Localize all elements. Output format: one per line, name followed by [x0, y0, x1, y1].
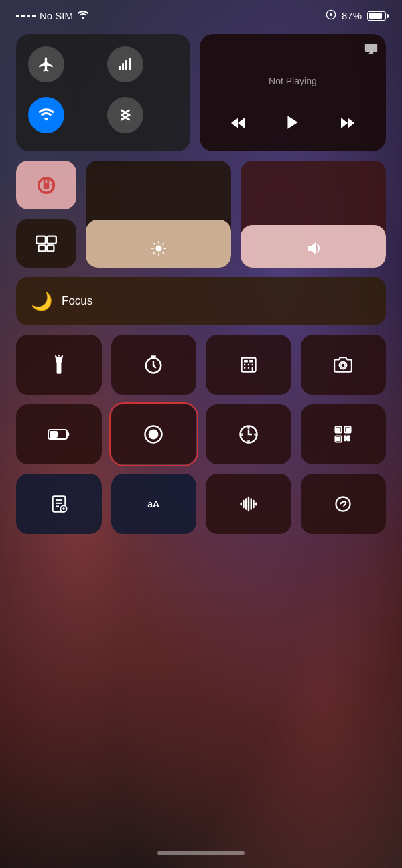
signal-dots — [16, 15, 36, 17]
svg-rect-4 — [125, 60, 127, 70]
svg-rect-16 — [47, 236, 56, 243]
timer-button[interactable] — [111, 335, 197, 395]
carrier-name: No SIM — [40, 10, 73, 21]
svg-marker-28 — [308, 242, 316, 254]
home-bar — [157, 851, 245, 855]
status-left: No SIM — [16, 10, 89, 21]
flashlight-button[interactable] — [16, 335, 102, 395]
slider-group — [86, 161, 386, 268]
focus-label: Focus — [62, 294, 92, 308]
svg-point-19 — [155, 245, 161, 251]
svg-point-52 — [248, 427, 249, 428]
sound-recognition-button[interactable] — [206, 474, 291, 534]
location-icon — [326, 9, 336, 22]
svg-rect-48 — [50, 432, 57, 437]
not-playing-label: Not Playing — [210, 57, 375, 105]
svg-line-23 — [162, 252, 163, 253]
notes-button[interactable] — [16, 474, 102, 534]
svg-rect-40 — [248, 364, 249, 365]
svg-rect-17 — [39, 245, 46, 251]
svg-point-1 — [330, 13, 332, 16]
svg-rect-29 — [56, 363, 61, 374]
svg-marker-10 — [341, 118, 348, 128]
connectivity-tile — [16, 34, 190, 151]
svg-rect-2 — [119, 66, 121, 70]
play-button[interactable] — [279, 110, 307, 139]
svg-rect-37 — [244, 360, 248, 363]
battery-button[interactable] — [16, 404, 102, 464]
svg-rect-76 — [245, 498, 247, 510]
svg-point-50 — [149, 430, 159, 440]
brightness-slider[interactable] — [86, 161, 231, 268]
svg-point-55 — [255, 434, 255, 434]
dot4 — [32, 15, 36, 17]
volume-slider[interactable] — [241, 161, 386, 268]
control-center-screen: No SIM 87% — [0, 0, 402, 868]
battery-indicator — [367, 11, 386, 21]
cellular-button[interactable] — [107, 46, 143, 82]
svg-rect-3 — [122, 63, 124, 70]
svg-rect-15 — [36, 236, 46, 243]
battery-fill — [369, 13, 383, 19]
status-bar: No SIM 87% — [0, 0, 402, 27]
text-size-button[interactable]: aA — [111, 474, 197, 534]
dot2 — [21, 15, 25, 17]
dot3 — [27, 15, 30, 17]
media-controls — [210, 105, 375, 142]
svg-rect-38 — [249, 360, 253, 363]
svg-point-53 — [248, 440, 249, 441]
calculator-button[interactable] — [206, 335, 291, 395]
moon-icon: 🌙 — [31, 291, 52, 312]
status-right: 87% — [326, 9, 386, 22]
svg-rect-61 — [337, 438, 340, 441]
svg-point-46 — [341, 363, 345, 367]
rewind-button[interactable] — [224, 114, 251, 136]
dot1 — [16, 15, 19, 17]
airplane-mode-button[interactable] — [28, 46, 64, 82]
camera-button[interactable] — [301, 335, 387, 395]
svg-rect-42 — [244, 367, 245, 369]
text-size-label: aA — [147, 499, 159, 509]
battery-percent: 87% — [342, 10, 362, 21]
screen-record-button[interactable] — [111, 404, 197, 464]
svg-marker-11 — [348, 118, 354, 128]
svg-line-26 — [153, 252, 154, 253]
svg-marker-9 — [287, 116, 297, 129]
svg-rect-18 — [47, 245, 54, 251]
svg-rect-75 — [243, 500, 245, 509]
screen-mirror-button[interactable] — [16, 219, 76, 268]
wifi-toggle-button[interactable] — [28, 97, 64, 133]
row-controls — [16, 161, 386, 268]
svg-marker-7 — [231, 118, 238, 128]
rotation-lock-button[interactable] — [16, 161, 76, 209]
qr-code-button[interactable] — [301, 404, 387, 464]
shazam-button[interactable] — [301, 474, 387, 534]
home-indicator — [0, 845, 402, 868]
svg-line-22 — [153, 244, 154, 244]
focus-button[interactable]: 🌙 Focus — [16, 277, 386, 325]
fast-forward-button[interactable] — [334, 114, 361, 136]
airplay-icon — [364, 42, 378, 59]
control-center: Not Playing — [0, 27, 402, 845]
svg-rect-74 — [240, 503, 242, 506]
svg-rect-80 — [255, 503, 257, 506]
svg-rect-41 — [251, 364, 253, 365]
svg-rect-59 — [346, 428, 350, 432]
svg-rect-66 — [346, 438, 348, 439]
svg-line-32 — [55, 355, 56, 357]
svg-rect-57 — [337, 428, 340, 432]
row-connectivity-media: Not Playing — [16, 34, 386, 151]
row-utilities-3: aA — [16, 474, 386, 534]
svg-line-31 — [61, 355, 62, 357]
row-utilities-1 — [16, 335, 386, 395]
svg-rect-43 — [248, 367, 249, 369]
svg-rect-39 — [244, 364, 245, 365]
svg-line-27 — [162, 244, 163, 244]
wifi-icon — [77, 10, 89, 21]
clock-button[interactable] — [206, 404, 291, 464]
svg-rect-79 — [253, 500, 255, 509]
now-playing-tile[interactable]: Not Playing — [200, 34, 386, 151]
svg-rect-77 — [248, 497, 250, 512]
bluetooth-button[interactable] — [107, 97, 143, 133]
svg-rect-44 — [251, 367, 253, 371]
